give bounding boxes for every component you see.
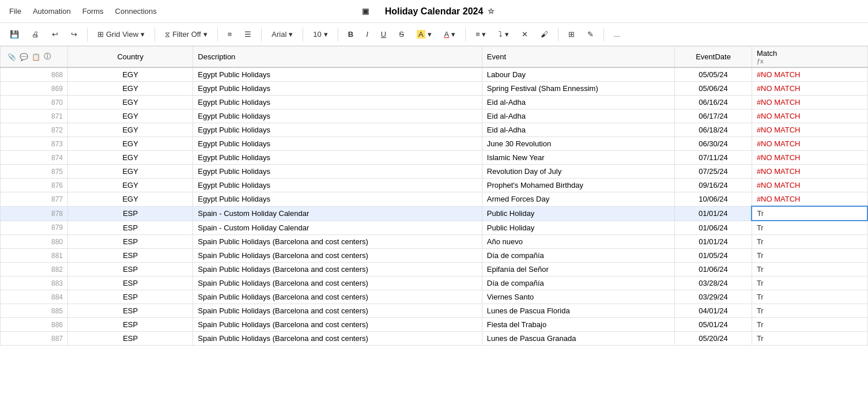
table-row[interactable]: 874 EGY Egypt Public Holidays Islamic Ne… (1, 151, 868, 165)
country-col-header[interactable]: Country (68, 47, 193, 68)
match-cell[interactable]: #NO MATCH (752, 151, 867, 165)
match-cell[interactable]: Tr (752, 235, 867, 249)
description-cell: Spain Public Holidays (Barcelona and cos… (193, 332, 482, 346)
print-button[interactable]: 🖨 (27, 27, 44, 41)
table-row[interactable]: 871 EGY Egypt Public Holidays Eid al-Adh… (1, 109, 868, 123)
grid-view-button[interactable]: ⊞ Grid View ▾ (92, 27, 150, 41)
description-cell: Egypt Public Holidays (193, 192, 482, 207)
align-center-button[interactable]: ☰ (239, 27, 256, 41)
match-cell[interactable]: Tr (752, 276, 867, 290)
match-cell[interactable]: Tr (752, 249, 867, 263)
table-button[interactable]: ⊞ (563, 27, 580, 41)
wrap-button[interactable]: ⤵ ▾ (493, 27, 514, 41)
match-cell[interactable]: Tr (752, 318, 867, 332)
table-row[interactable]: 880 ESP Spain Public Holidays (Barcelona… (1, 235, 868, 249)
font-selector[interactable]: Arial ▾ (266, 27, 298, 41)
grid-view-chevron: ▾ (141, 30, 145, 39)
italic-button[interactable]: I (361, 27, 373, 41)
table-row[interactable]: 872 EGY Egypt Public Holidays Eid al-Adh… (1, 123, 868, 137)
table-row[interactable]: 868 EGY Egypt Public Holidays Labour Day… (1, 67, 868, 82)
description-cell: Egypt Public Holidays (193, 67, 482, 82)
table-row[interactable]: 877 EGY Egypt Public Holidays Armed Forc… (1, 192, 868, 207)
match-cell[interactable]: Tr (752, 304, 867, 318)
table-row[interactable]: 879 ESP Spain - Custom Holiday Calendar … (1, 221, 868, 235)
match-cell[interactable]: #NO MATCH (752, 165, 867, 179)
menu-automation[interactable]: Automation (33, 7, 71, 16)
paint-button[interactable]: 🖌 (535, 27, 553, 41)
match-cell[interactable]: #NO MATCH (752, 179, 867, 192)
event-cell: Epifanía del Señor (482, 263, 674, 276)
strikethrough-button[interactable]: S (394, 27, 409, 41)
table-row[interactable]: 885 ESP Spain Public Holidays (Barcelona… (1, 304, 868, 318)
event-cell: Eid al-Adha (482, 123, 674, 137)
event-cell: Lunes de Pascua Florida (482, 304, 674, 318)
table-row[interactable]: 883 ESP Spain Public Holidays (Barcelona… (1, 276, 868, 290)
eventdate-col-header[interactable]: EventDate (675, 47, 752, 68)
table-row[interactable]: 887 ESP Spain Public Holidays (Barcelona… (1, 332, 868, 346)
star-icon[interactable]: ☆ (488, 7, 495, 16)
bold-button[interactable]: B (343, 27, 358, 41)
menu-file[interactable]: File (9, 7, 21, 16)
font-size-chevron: ▾ (324, 30, 328, 39)
filter-button[interactable]: ⧖ Filter Off ▾ (160, 27, 213, 42)
sep2 (154, 28, 155, 41)
match-cell[interactable]: #NO MATCH (752, 192, 867, 207)
match-cell[interactable]: #NO MATCH (752, 67, 867, 82)
clear-format-button[interactable]: ✕ (516, 27, 533, 41)
match-cell[interactable]: Tr (752, 263, 867, 276)
undo-button[interactable]: ↩ (47, 27, 63, 41)
underline-button[interactable]: U (376, 27, 391, 41)
table-row[interactable]: 881 ESP Spain Public Holidays (Barcelona… (1, 249, 868, 263)
table-row[interactable]: 869 EGY Egypt Public Holidays Spring Fes… (1, 82, 868, 96)
table-row[interactable]: 870 EGY Egypt Public Holidays Eid al-Adh… (1, 96, 868, 109)
country-cell: EGY (68, 165, 193, 179)
country-cell: ESP (68, 235, 193, 249)
table-row[interactable]: 875 EGY Egypt Public Holidays Revolution… (1, 165, 868, 179)
more-button[interactable]: ... (609, 27, 625, 41)
match-col-header[interactable]: Match ƒx (752, 47, 867, 68)
table-row[interactable]: 876 EGY Egypt Public Holidays Prophet's … (1, 179, 868, 192)
match-cell[interactable]: #NO MATCH (752, 137, 867, 151)
table-row[interactable]: 878 ESP Spain - Custom Holiday Calendar … (1, 206, 868, 221)
match-cell[interactable]: Tr (752, 221, 867, 235)
table-row[interactable]: 873 EGY Egypt Public Holidays June 30 Re… (1, 137, 868, 151)
match-cell[interactable]: Tr (752, 206, 867, 221)
country-cell: EGY (68, 96, 193, 109)
match-cell[interactable]: Tr (752, 290, 867, 304)
row-number: 885 (1, 304, 68, 318)
font-color-button[interactable]: A ▾ (439, 27, 461, 41)
sep9 (603, 28, 604, 41)
align-left-button[interactable]: ≡ (222, 27, 237, 41)
description-col-header[interactable]: Description (193, 47, 482, 68)
event-col-header[interactable]: Event (482, 47, 674, 68)
event-cell: Día de compañía (482, 276, 674, 290)
description-cell: Spain Public Holidays (Barcelona and cos… (193, 249, 482, 263)
table-row[interactable]: 884 ESP Spain Public Holidays (Barcelona… (1, 290, 868, 304)
sep3 (217, 28, 218, 41)
row-number: 873 (1, 137, 68, 151)
font-size-selector[interactable]: 10 ▾ (308, 27, 333, 41)
match-cell[interactable]: #NO MATCH (752, 109, 867, 123)
formula-button[interactable]: ✎ (582, 27, 599, 41)
redo-button[interactable]: ↪ (66, 27, 82, 41)
menu-forms[interactable]: Forms (82, 7, 104, 16)
app-title-container: ▣ Holiday Calendar 2024 ☆ (362, 6, 507, 17)
highlight-button[interactable]: A ▾ (412, 27, 437, 41)
match-cell[interactable]: #NO MATCH (752, 96, 867, 109)
country-cell: EGY (68, 137, 193, 151)
text-align-button[interactable]: ≡ ▾ (470, 27, 491, 41)
event-cell: Armed Forces Day (482, 192, 674, 207)
table-row[interactable]: 882 ESP Spain Public Holidays (Barcelona… (1, 263, 868, 276)
match-cell[interactable]: #NO MATCH (752, 82, 867, 96)
match-cell[interactable]: #NO MATCH (752, 123, 867, 137)
menu-connections[interactable]: Connections (115, 7, 157, 16)
save-button[interactable]: 💾 (5, 27, 24, 41)
event-cell: Spring Festival (Sham Ennessim) (482, 82, 674, 96)
date-cell: 07/11/24 (675, 151, 752, 165)
description-cell: Egypt Public Holidays (193, 96, 482, 109)
info-icon: ⓘ (44, 52, 51, 62)
match-cell[interactable]: Tr (752, 332, 867, 346)
sep7 (465, 28, 466, 41)
grid-icon: ⊞ (97, 30, 104, 39)
table-row[interactable]: 886 ESP Spain Public Holidays (Barcelona… (1, 318, 868, 332)
